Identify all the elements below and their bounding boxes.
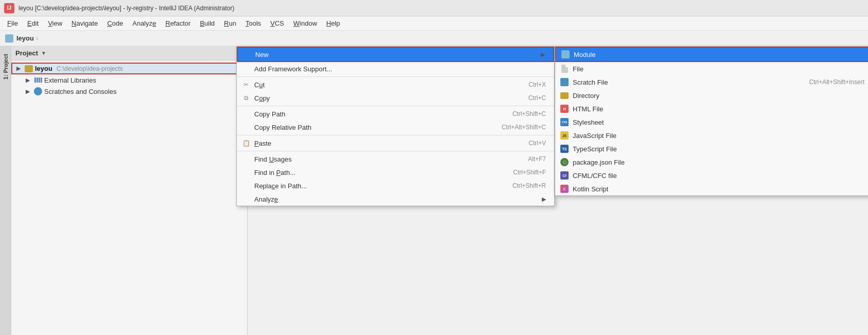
- menu-run[interactable]: Run: [220, 18, 240, 29]
- menu-view[interactable]: View: [44, 18, 66, 29]
- ctx-find-path-label: Find in Path...: [254, 169, 509, 176]
- sub-module-label: Module: [574, 51, 863, 58]
- ctx-copy-rel-shortcut: Ctrl+Alt+Shift+C: [502, 124, 546, 131]
- ctx-replace-path-icon: [242, 182, 250, 190]
- sub-dir-label: Directory: [573, 92, 864, 100]
- menu-build[interactable]: Build: [196, 18, 219, 29]
- sub-cf-icon: Cf: [560, 171, 569, 180]
- window-title: leyou [C:\develop\idea-projects\leyou] -…: [18, 5, 234, 12]
- sub-item-module[interactable]: Module: [555, 47, 868, 62]
- ctx-analyze-label: Analyze: [254, 195, 538, 203]
- tree-expand-scratches[interactable]: ▶: [26, 88, 32, 95]
- ctx-new-label: New: [255, 51, 537, 58]
- ctx-item-copy-path[interactable]: Copy Path Ctrl+Shift+C: [237, 107, 554, 121]
- ctx-copy-path-icon: [242, 110, 250, 118]
- sub-css-label: Stylesheet: [573, 119, 864, 126]
- ctx-paste-shortcut: Ctrl+V: [529, 140, 546, 147]
- ctx-item-copy-rel-path[interactable]: Copy Relative Path Ctrl+Alt+Shift+C: [237, 121, 554, 134]
- sub-item-js[interactable]: JS JavaScript File: [555, 129, 868, 142]
- svg-rect-1: [36, 77, 38, 83]
- ctx-copy-path-shortcut: Ctrl+Shift+C: [513, 110, 546, 117]
- sub-item-cf[interactable]: Cf CFML/CFC file: [555, 169, 868, 182]
- ctx-item-analyze[interactable]: Analyze ▶: [237, 192, 554, 206]
- sub-scratch-icon: [560, 78, 569, 86]
- tree-root-label: leyou: [35, 65, 52, 72]
- sub-item-pkg[interactable]: ⬡ package.json File: [555, 155, 868, 169]
- breadcrumb-label[interactable]: leyou: [16, 34, 34, 42]
- sub-item-file[interactable]: File: [555, 62, 868, 75]
- tree-item-scratches[interactable]: ▶ Scratches and Consoles: [11, 86, 247, 97]
- ctx-item-replace-path[interactable]: Replace in Path... Ctrl+Shift+R: [237, 179, 554, 192]
- sub-dir-icon: [560, 91, 569, 100]
- menu-file[interactable]: File: [3, 18, 22, 29]
- sub-ts-icon: TS: [560, 145, 569, 153]
- ctx-find-usages-icon: [242, 155, 250, 163]
- ctx-item-add-framework[interactable]: Add Framework Support...: [237, 62, 554, 75]
- project-panel-header: Project ▼: [11, 46, 247, 61]
- svg-rect-3: [41, 77, 42, 83]
- ctx-separator-4: [237, 151, 554, 151]
- panel-dropdown-arrow[interactable]: ▼: [41, 50, 46, 56]
- ctx-item-cut[interactable]: ✂ Cut Ctrl+X: [237, 78, 554, 91]
- tree-item-root[interactable]: ▶ leyou C:\develop\idea-projects: [11, 63, 247, 74]
- tree-expand-ext-libs[interactable]: ▶: [26, 77, 32, 84]
- side-tab: 1: Project: [0, 46, 11, 335]
- sub-js-label: JavaScript File: [573, 132, 864, 140]
- sub-file-label: File: [573, 65, 864, 73]
- breadcrumb-folder-icon: [5, 34, 13, 43]
- sub-js-icon: JS: [560, 131, 569, 140]
- menu-refactor[interactable]: Refactor: [161, 18, 195, 29]
- sub-html-label: HTML File: [573, 105, 864, 113]
- ctx-framework-label: Add Framework Support...: [254, 65, 546, 73]
- menu-edit[interactable]: Edit: [23, 18, 43, 29]
- menu-vcs[interactable]: VCS: [266, 18, 288, 29]
- menu-help[interactable]: Help: [322, 18, 344, 29]
- sub-item-scratch-file[interactable]: Scratch File Ctrl+Alt+Shift+Insert: [555, 75, 868, 89]
- ctx-paste-icon: 📋: [242, 139, 250, 147]
- sub-html-icon: H: [560, 105, 569, 113]
- ctx-item-find-usages[interactable]: Find Usages Alt+F7: [237, 152, 554, 166]
- ctx-item-copy[interactable]: ⧉ Copy Ctrl+C: [237, 91, 554, 105]
- ctx-copy-shortcut: Ctrl+C: [529, 94, 546, 102]
- ctx-new-arrow: ▶: [541, 51, 545, 58]
- sub-scratch-label: Scratch File: [573, 78, 805, 86]
- menu-analyze[interactable]: Analyze: [128, 18, 160, 29]
- sub-item-kotlin[interactable]: K Kotlin Script: [555, 182, 868, 195]
- sub-item-directory[interactable]: Directory: [555, 89, 868, 102]
- project-tree: ▶ leyou C:\develop\idea-projects ▶ Exter…: [11, 61, 247, 99]
- panel-title: Project: [15, 49, 38, 57]
- tree-item-ext-libs[interactable]: ▶ External Libraries: [11, 74, 247, 86]
- sub-kotlin-icon: K: [560, 185, 569, 193]
- sub-pkg-label: package.json File: [573, 159, 864, 166]
- ctx-item-find-path[interactable]: Find in Path... Ctrl+Shift+F: [237, 166, 554, 179]
- sub-module-icon: [561, 50, 570, 58]
- sub-item-css[interactable]: CSS Stylesheet: [555, 115, 868, 129]
- svg-rect-0: [34, 77, 36, 83]
- menu-navigate[interactable]: Navigate: [67, 18, 102, 29]
- breadcrumb-bar: leyou ›: [0, 31, 868, 46]
- main-area: 1: Project Project ▼ ▶ leyou C:\develop\…: [0, 46, 868, 335]
- ctx-find-path-icon: [242, 168, 250, 176]
- title-bar: IJ leyou [C:\develop\idea-projects\leyou…: [0, 0, 868, 16]
- scratch-icon: [34, 87, 42, 95]
- sub-item-html[interactable]: H HTML File: [555, 102, 868, 115]
- ctx-find-usages-shortcut: Alt+F7: [528, 155, 546, 163]
- sub-item-ts[interactable]: TS TypeScript File: [555, 142, 868, 155]
- ctx-separator-1: [237, 76, 554, 77]
- ctx-item-new[interactable]: New ▶: [237, 47, 554, 62]
- context-menu: New ▶ Add Framework Support... ✂ Cut Ctr…: [236, 46, 555, 206]
- ctx-framework-icon: [242, 65, 250, 73]
- submenu-new: Module File Scratch File Ctrl+Alt+Shift+…: [555, 46, 868, 196]
- menu-window[interactable]: Window: [289, 18, 321, 29]
- side-tab-project-label[interactable]: 1: Project: [2, 51, 10, 82]
- ctx-separator-2: [237, 106, 554, 106]
- ctx-copy-path-label: Copy Path: [254, 110, 508, 118]
- ctx-paste-label: Paste: [254, 140, 524, 147]
- menu-tools[interactable]: Tools: [241, 18, 265, 29]
- ctx-new-icon: [243, 50, 251, 58]
- ctx-cut-label: Cut: [254, 81, 524, 89]
- menu-code[interactable]: Code: [103, 18, 127, 29]
- tree-expand-arrow[interactable]: ▶: [16, 65, 23, 72]
- ctx-item-paste[interactable]: 📋 Paste Ctrl+V: [237, 136, 554, 150]
- sub-scratch-shortcut: Ctrl+Alt+Shift+Insert: [809, 78, 864, 86]
